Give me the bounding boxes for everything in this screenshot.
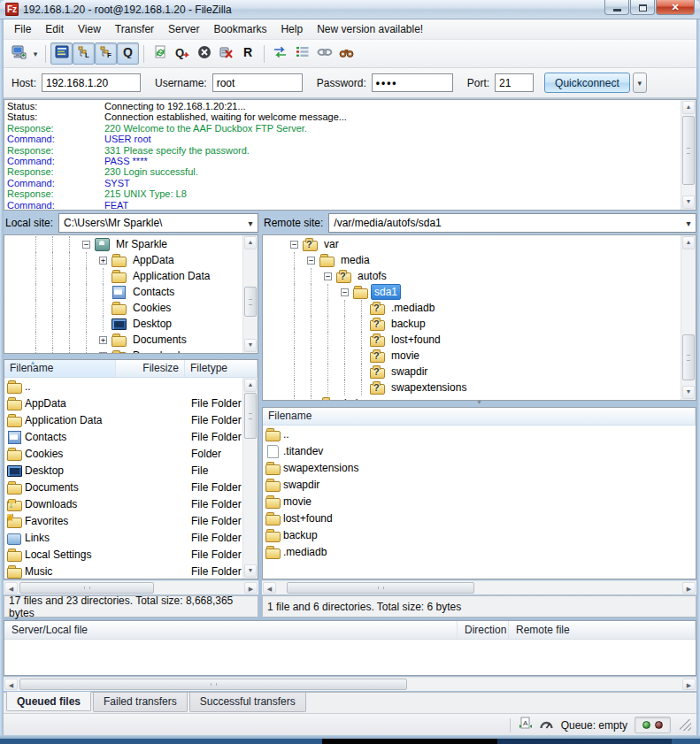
scroll-left-icon[interactable] <box>4 582 18 594</box>
menu-item-help[interactable]: Help <box>273 20 310 38</box>
site-manager-button[interactable] <box>8 42 30 65</box>
file-row-movie[interactable]: movie <box>263 493 696 510</box>
file-row-desktop[interactable]: DesktopFile <box>4 462 242 479</box>
process-queue-button[interactable]: Q <box>171 42 193 65</box>
file-row-application-data[interactable]: Application DataFile Folder <box>4 411 242 428</box>
file-row-titandev[interactable]: .titandev <box>263 442 696 459</box>
tree-item-documents[interactable]: Documents <box>4 332 242 348</box>
tree-item-cookies[interactable]: Cookies <box>4 300 242 316</box>
directory-comparison-button[interactable] <box>269 42 291 65</box>
tab-successful-transfers[interactable]: Successful transfers <box>189 693 306 712</box>
tab-failed-transfers[interactable]: Failed transfers <box>93 693 188 712</box>
scroll-thumb[interactable] <box>682 334 695 380</box>
column-header-filename[interactable]: ▴Filename <box>4 360 116 377</box>
tree-item-media[interactable]: media <box>263 252 681 268</box>
tab-queued-files[interactable]: Queued files <box>6 692 91 711</box>
menu-item-edit[interactable]: Edit <box>38 20 71 38</box>
title-bar[interactable]: Fz 192.168.1.20 - root@192.168.1.20 - Fi… <box>0 0 700 19</box>
tree-item-swapextensions[interactable]: swapextensions <box>263 380 681 395</box>
tree-item-var[interactable]: var <box>263 236 681 252</box>
scroll-down-icon[interactable] <box>244 339 257 352</box>
scroll-right-icon[interactable] <box>682 582 696 594</box>
toggle-message-log-button[interactable] <box>50 42 73 65</box>
local-tree-scrollbar[interactable] <box>242 235 258 353</box>
column-header-filesize[interactable]: Filesize <box>116 360 185 377</box>
scroll-left-icon[interactable] <box>263 582 276 594</box>
chevron-down-icon[interactable] <box>681 217 696 229</box>
expand-icon[interactable] <box>95 348 112 353</box>
host-input[interactable] <box>42 73 141 92</box>
file-row-mediadb[interactable]: .mediadb <box>263 543 696 560</box>
queue-column-direction[interactable]: Direction <box>458 621 509 639</box>
tree-item-autofs[interactable]: autofs <box>263 268 681 284</box>
file-row-backup[interactable]: backup <box>263 526 696 543</box>
tree-item-backup[interactable]: backup <box>263 316 681 332</box>
file-row-swapdir[interactable]: swapdir <box>263 476 696 493</box>
scroll-thumb[interactable] <box>244 393 257 439</box>
collapse-icon[interactable] <box>336 284 353 300</box>
file-row-swapextensions[interactable]: swapextensions <box>263 459 696 476</box>
refresh-button[interactable] <box>149 42 171 65</box>
local-site-combo[interactable]: C:\Users\Mr Sparkle\ <box>58 213 258 233</box>
file-row-downloads[interactable]: DownloadsFile Folder <box>4 495 242 512</box>
remote-site-combo[interactable]: /var/media/autofs/sda1 <box>328 213 696 233</box>
site-manager-dropdown[interactable] <box>30 42 41 65</box>
scroll-down-icon[interactable] <box>244 564 257 578</box>
menu-item-bookmarks[interactable]: Bookmarks <box>206 20 273 38</box>
tree-item-sda1[interactable]: sda1 <box>263 284 681 300</box>
file-row-cookies[interactable]: CookiesFolder <box>4 445 242 462</box>
queue-column-remote-file[interactable]: Remote file <box>509 621 696 639</box>
file-row-music[interactable]: MusicFile Folder <box>4 563 242 579</box>
tree-item-desktop[interactable]: Desktop <box>4 316 242 332</box>
scroll-right-icon[interactable] <box>682 679 696 690</box>
quickconnect-dropdown[interactable] <box>633 73 647 93</box>
file-row-contacts[interactable]: ContactsFile Folder <box>4 428 242 445</box>
reconnect-button[interactable]: R <box>237 42 259 65</box>
collapse-icon[interactable] <box>286 236 303 252</box>
splitter-collapse-icon[interactable]: ▾ <box>473 400 487 406</box>
tree-item-lost-found[interactable]: lost+found <box>263 332 681 348</box>
scroll-thumb[interactable] <box>287 582 474 594</box>
file-row-lost-found[interactable]: lost+found <box>263 510 696 526</box>
collapse-icon[interactable] <box>303 252 319 268</box>
chevron-down-icon[interactable] <box>243 217 258 229</box>
log-scrollbar[interactable] <box>681 100 696 210</box>
column-header-filetype[interactable]: Filetype <box>185 360 258 377</box>
maximize-button[interactable] <box>630 0 655 15</box>
username-input[interactable] <box>212 73 303 92</box>
local-list-scrollbar[interactable] <box>242 378 258 579</box>
tree-item-appdata[interactable]: AppData <box>4 252 242 268</box>
scroll-thumb[interactable] <box>19 582 154 594</box>
tree-item-movie[interactable]: movie <box>263 348 681 364</box>
password-input[interactable] <box>372 73 453 92</box>
close-button[interactable]: ✕ <box>656 0 695 15</box>
tree-item-swapdir[interactable]: swapdir <box>263 364 681 380</box>
expand-icon[interactable] <box>95 252 112 268</box>
cancel-button[interactable] <box>193 42 215 65</box>
file-row-appdata[interactable]: AppDataFile Folder <box>4 395 242 411</box>
find-files-button[interactable] <box>335 42 358 65</box>
scroll-up-icon[interactable] <box>244 236 257 249</box>
tree-item-mediadb[interactable]: .mediadb <box>263 300 681 316</box>
collapse-icon[interactable] <box>319 268 336 284</box>
scroll-up-icon[interactable] <box>682 101 695 114</box>
queue-column-server-local-file[interactable]: Server/Local file <box>4 621 458 639</box>
synchronized-browsing-button[interactable] <box>313 42 335 65</box>
collapse-icon[interactable] <box>78 236 95 252</box>
quickconnect-button[interactable]: Quickconnect <box>544 73 630 93</box>
toggle-remote-tree-button[interactable]: F <box>95 42 117 65</box>
file-row-documents[interactable]: DocumentsFile Folder <box>4 479 242 495</box>
scroll-left-icon[interactable] <box>4 679 18 690</box>
menu-item-view[interactable]: View <box>71 20 108 38</box>
file-row-local-settings[interactable]: Local SettingsFile Folder <box>4 546 242 563</box>
minimize-button[interactable] <box>604 0 629 15</box>
disconnect-button[interactable] <box>215 42 237 65</box>
tree-item-mr-sparkle[interactable]: Mr Sparkle <box>4 236 242 252</box>
transfer-type-icon[interactable]: A <box>518 717 532 733</box>
file-row-[interactable]: .. <box>263 426 696 442</box>
toggle-queue-button[interactable]: Q <box>117 42 139 65</box>
menu-item-server[interactable]: Server <box>161 20 206 38</box>
scroll-down-icon[interactable] <box>682 196 695 209</box>
scroll-thumb[interactable] <box>682 116 695 185</box>
tree-item-application-data[interactable]: Application Data <box>4 268 242 284</box>
